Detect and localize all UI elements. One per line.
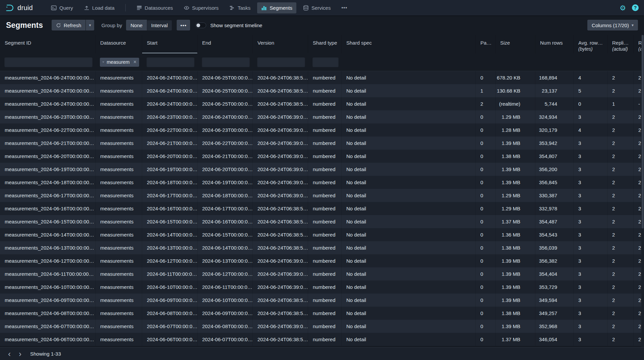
brand-name: druid <box>17 4 33 12</box>
table-row[interactable]: measurements_2024-06-13T00:00:00…measure… <box>0 241 644 254</box>
show-segment-timeline-switch[interactable] <box>195 22 206 28</box>
help-icon[interactable]: ? <box>632 4 639 11</box>
nav-item-tasks[interactable]: Tasks <box>225 2 254 13</box>
more-options-button[interactable]: ••• <box>177 20 190 31</box>
table-row[interactable]: measurements_2024-06-18T00:00:00…measure… <box>0 176 644 189</box>
column-header-shard_type[interactable]: Shard type <box>308 35 342 53</box>
column-header-replicas[interactable]: Replicas(actual) <box>607 35 634 53</box>
group-by-none-label: None <box>130 22 142 28</box>
filter-input-shard_type[interactable] <box>312 57 339 67</box>
table-row[interactable]: measurements_2024-06-08T00:00:00…measure… <box>0 307 644 320</box>
table-row[interactable]: measurements_2024-06-17T00:00:00…measure… <box>0 189 644 202</box>
table-row[interactable]: measurements_2024-06-10T00:00:00…measure… <box>0 280 644 294</box>
table-row[interactable]: measurements_2024-06-20T00:00:00…measure… <box>0 150 644 163</box>
remove-filter-icon[interactable]: × <box>132 59 138 65</box>
column-header-start[interactable]: Start <box>142 35 197 53</box>
cell-shard_spec: No detail <box>342 307 476 320</box>
next-page-button[interactable]: › <box>15 349 25 359</box>
column-header-datasource[interactable]: Datasource <box>96 35 142 53</box>
column-header-shard_spec[interactable]: Shard spec <box>342 35 476 53</box>
top-navbar: druid QueryLoad dataDatasourcesSuperviso… <box>0 0 644 15</box>
scrollbar-thumb[interactable] <box>642 35 644 228</box>
table-row[interactable]: measurements_2024-06-23T00:00:00…measure… <box>0 110 644 123</box>
table-row[interactable]: measurements_2024-06-14T00:00:00…measure… <box>0 228 644 241</box>
cell-shard_type: numbered <box>308 202 342 215</box>
nav-item-more[interactable]: ••• <box>337 2 351 13</box>
column-header-version[interactable]: Version <box>253 35 308 53</box>
table-row[interactable]: measurements_2024-06-07T00:00:00…measure… <box>0 320 644 333</box>
table-row[interactable]: measurements_2024-06-09T00:00:00…measure… <box>0 294 644 307</box>
nav-item-supervisors[interactable]: Supervisors <box>180 2 223 13</box>
filter-input-start[interactable] <box>147 57 194 67</box>
cell-shard_spec: No detail <box>342 228 476 241</box>
cell-shard_type: numbered <box>308 294 342 307</box>
cell-shard_type: numbered <box>308 97 342 110</box>
table-row[interactable]: measurements_2024-06-24T00:00:00…measure… <box>0 71 644 84</box>
cell-num_rows: 356,200 <box>535 163 574 176</box>
cell-shard_type: numbered <box>308 189 342 202</box>
cell-partition: 0 <box>476 267 495 280</box>
column-label: Datasource <box>100 40 138 46</box>
table-row[interactable]: measurements_2024-06-11T00:00:00…measure… <box>0 267 644 280</box>
table-row[interactable]: measurements_2024-06-24T00:00:00…measure… <box>0 84 644 97</box>
nav-item-services[interactable]: Services <box>299 2 335 13</box>
cell-size: 1.39 MB <box>495 137 535 150</box>
table-row[interactable]: measurements_2024-06-15T00:00:00…measure… <box>0 215 644 228</box>
cell-partition: 0 <box>476 241 495 254</box>
nav-item-datasources[interactable]: Datasources <box>132 2 177 13</box>
cell-avg_row_size: 4 <box>574 71 607 84</box>
druid-brand[interactable]: druid <box>5 3 33 12</box>
filter-input-segment_id[interactable] <box>4 57 93 67</box>
cell-partition: 2 <box>476 97 495 110</box>
column-header-num_rows[interactable]: Num rows <box>535 35 574 53</box>
settings-gear-icon[interactable]: ⚙ <box>620 4 626 11</box>
cell-end: 2024-06-25T00:00:0… <box>197 71 253 84</box>
nav-item-segments[interactable]: Segments <box>257 2 296 13</box>
cell-shard_spec: No detail <box>342 97 476 110</box>
column-header-size[interactable]: Size <box>495 35 535 53</box>
cell-version: 2024-06-24T06:39:0… <box>253 254 308 267</box>
cell-segment_id: measurements_2024-06-24T00:00:00… <box>0 97 96 110</box>
cell-start: 2024-06-21T00:00:0… <box>142 137 197 150</box>
cell-segment_id: measurements_2024-06-13T00:00:00… <box>0 241 96 254</box>
column-header-end[interactable]: End <box>197 35 253 53</box>
cell-num_rows: 168,894 <box>535 71 574 84</box>
cell-end: 2024-06-09T00:00:0… <box>197 307 253 320</box>
vertical-scrollbar[interactable] <box>641 35 644 347</box>
table-row[interactable]: measurements_2024-06-21T00:00:00…measure… <box>0 137 644 150</box>
cell-version: 2024-06-24T06:38:5… <box>253 241 308 254</box>
filter-input-end[interactable] <box>202 57 250 67</box>
cell-replicas: 2 <box>607 254 634 267</box>
cell-segment_id: measurements_2024-06-22T00:00:00… <box>0 123 96 137</box>
nav-item-query[interactable]: Query <box>47 2 77 13</box>
column-header-partition[interactable]: Partition <box>476 35 495 53</box>
column-header-avg_row_size[interactable]: Avg. row size(bytes) <box>574 35 607 53</box>
table-row[interactable]: measurements_2024-06-06T00:00:00…measure… <box>0 333 644 346</box>
cell-num_rows: 349,257 <box>535 307 574 320</box>
column-sublabel: (bytes) <box>578 46 604 52</box>
filter-tag-datasource[interactable]: measurem× <box>100 58 139 67</box>
table-row[interactable]: measurements_2024-06-12T00:00:00…measure… <box>0 254 644 267</box>
group-by-none-button[interactable]: None <box>126 20 147 31</box>
table-row[interactable]: measurements_2024-06-16T00:00:00…measure… <box>0 202 644 215</box>
columns-button[interactable]: Columns (17/20) ▾ <box>587 20 638 31</box>
column-header-segment_id[interactable]: Segment ID <box>0 35 96 53</box>
nav-item-load-data[interactable]: Load data <box>80 2 119 13</box>
filter-input-version[interactable] <box>257 57 305 67</box>
switch-track <box>195 22 206 28</box>
cell-partition: 0 <box>476 176 495 189</box>
table-row[interactable]: measurements_2024-06-22T00:00:00…measure… <box>0 123 644 137</box>
previous-page-button[interactable]: ‹ <box>4 349 15 359</box>
cell-size: 1.29 MB <box>495 202 535 215</box>
refresh-interval-button[interactable]: ▾ <box>86 20 94 31</box>
refresh-button[interactable]: Refresh <box>52 20 86 31</box>
refresh-split-button: Refresh ▾ <box>52 20 94 31</box>
table-row[interactable]: measurements_2024-06-24T00:00:00…measure… <box>0 97 644 110</box>
cell-shard_type: numbered <box>308 84 342 97</box>
cell-shard_type: numbered <box>308 176 342 189</box>
cell-avg_row_size: 3 <box>574 280 607 294</box>
cell-version: 2024-06-24T06:39:0… <box>253 123 308 137</box>
group-by-interval-button[interactable]: Interval <box>147 20 172 31</box>
table-row[interactable]: measurements_2024-06-19T00:00:00…measure… <box>0 163 644 176</box>
cell-shard_type: numbered <box>308 150 342 163</box>
